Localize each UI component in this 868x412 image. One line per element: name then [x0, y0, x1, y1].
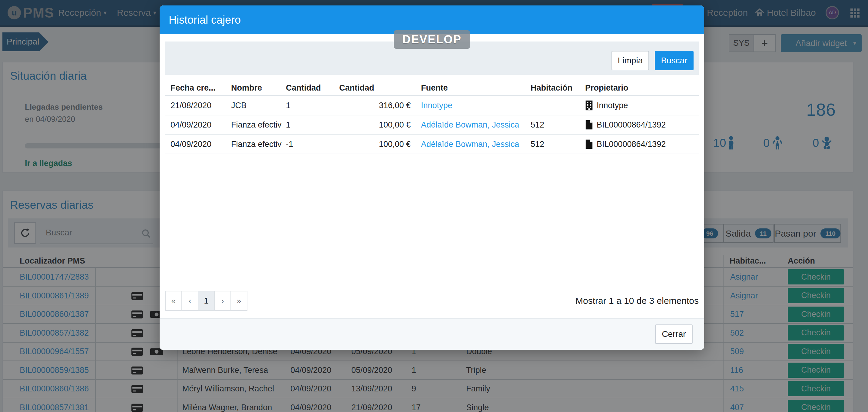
- table-row: 04/09/2020 Fianza efectiv -1 100,00 € Ad…: [165, 135, 699, 154]
- modal-header: Historial cajero: [160, 5, 704, 34]
- propietario-value: BIL00000864/1392: [597, 115, 666, 134]
- develop-environment-badge: DEVELOP: [394, 30, 470, 49]
- column-header-habitacion[interactable]: Habitación: [531, 82, 572, 94]
- fuente-link[interactable]: Adélaïde Bowman, Jessica: [421, 115, 519, 134]
- table-row: 04/09/2020 Fianza efectiv 1 100,00 € Adé…: [165, 115, 699, 135]
- clear-button[interactable]: Limpia: [612, 51, 649, 70]
- next-page-button[interactable]: ›: [214, 291, 231, 311]
- habitacion-value: 512: [531, 135, 544, 154]
- nombre-value: Fianza efectiv: [231, 135, 283, 154]
- fuente-link[interactable]: Adélaïde Bowman, Jessica: [421, 135, 519, 154]
- pagination-summary: Mostrar 1 a 10 de 3 elementos: [576, 291, 699, 311]
- propietario-value: BIL00000864/1392: [597, 135, 666, 154]
- modal-footer: Cerrar: [160, 318, 704, 350]
- first-page-button[interactable]: «: [165, 291, 182, 311]
- column-header-fuente[interactable]: Fuente: [421, 82, 448, 94]
- nombre-value: Fianza efectiv: [231, 115, 283, 134]
- column-header-fecha[interactable]: Fecha cre...: [170, 82, 216, 94]
- propietario-cell: BIL00000864/1392: [585, 115, 666, 134]
- cantidad-value: -1: [286, 135, 293, 154]
- search-button[interactable]: Buscar: [655, 51, 693, 70]
- prev-page-button[interactable]: ‹: [181, 291, 198, 311]
- document-icon: [585, 139, 593, 149]
- last-page-button[interactable]: »: [230, 291, 247, 311]
- importe-value: 100,00 €: [335, 115, 411, 134]
- importe-value: 316,00 €: [335, 96, 411, 115]
- propietario-cell: BIL00000864/1392: [585, 135, 666, 154]
- cantidad-value: 1: [286, 115, 290, 134]
- column-header-propietario[interactable]: Propietario: [585, 82, 628, 94]
- fecha-value: 04/09/2020: [170, 115, 211, 134]
- nombre-value: JCB: [231, 96, 283, 115]
- column-header-nombre[interactable]: Nombre: [231, 82, 262, 94]
- table-header-row: Fecha cre... Nombre Cantidad Cantidad Fu…: [165, 82, 699, 96]
- table-row: 21/08/2020 JCB 1 316,00 € Innotype Innot…: [165, 96, 699, 115]
- propietario-value: Innotype: [597, 96, 628, 115]
- importe-value: 100,00 €: [335, 135, 411, 154]
- fecha-value: 04/09/2020: [170, 135, 211, 154]
- pagination: « ‹ 1 › »: [165, 291, 247, 311]
- fuente-link[interactable]: Innotype: [421, 96, 453, 115]
- fecha-value: 21/08/2020: [170, 96, 211, 115]
- page-1-button[interactable]: 1: [198, 291, 215, 311]
- habitacion-value: 512: [531, 115, 544, 134]
- document-icon: [585, 120, 593, 130]
- historial-cajero-modal: Historial cajero Limpia Buscar Fecha cre…: [160, 5, 704, 350]
- column-header-importe[interactable]: Cantidad: [339, 82, 374, 94]
- cantidad-value: 1: [286, 96, 290, 115]
- propietario-cell: Innotype: [585, 96, 628, 115]
- app-root: u PMS Recepción ▾ Reserva ▾ Reception Ho…: [0, 0, 868, 412]
- modal-title: Historial cajero: [169, 5, 241, 34]
- column-header-cantidad[interactable]: Cantidad: [286, 82, 321, 94]
- close-button[interactable]: Cerrar: [655, 324, 693, 344]
- cashier-history-table: Fecha cre... Nombre Cantidad Cantidad Fu…: [165, 82, 699, 154]
- building-icon: [585, 100, 593, 111]
